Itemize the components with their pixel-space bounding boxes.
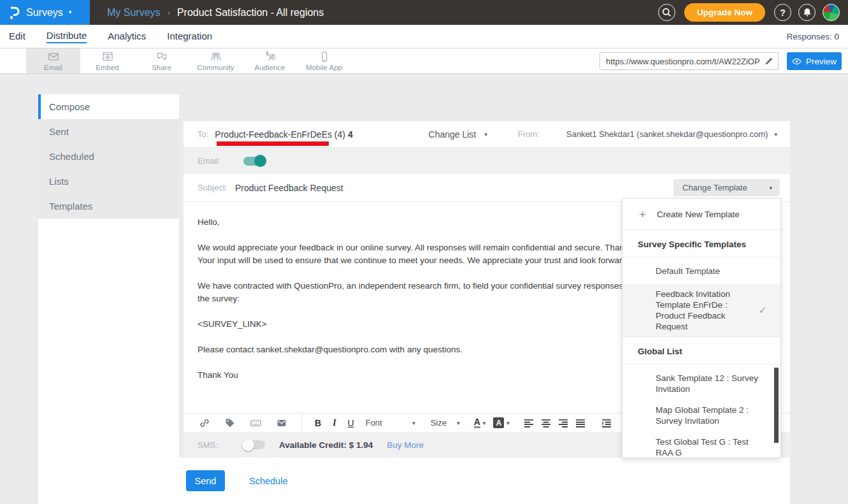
- responses-count: Responses: 0: [786, 32, 839, 41]
- channel-embed[interactable]: Embed: [80, 48, 134, 73]
- recipient-count: 4: [348, 129, 353, 140]
- change-list-dropdown[interactable]: Change List ▾: [429, 129, 487, 140]
- check-icon: ✓: [758, 305, 766, 316]
- from-label: From:: [518, 129, 540, 139]
- header-actions: Upgrade Now ?: [658, 3, 848, 22]
- recipient-list-name[interactable]: Product-Feedback-EnFrDeEs (4)4: [215, 129, 352, 140]
- survey-url-input[interactable]: [600, 57, 765, 66]
- change-template-dropdown[interactable]: Change Template ▾: [673, 179, 780, 196]
- channel-community[interactable]: Community: [189, 48, 243, 73]
- tab-integration[interactable]: Integration: [167, 31, 212, 43]
- sidebar-item-lists[interactable]: Lists: [38, 169, 179, 194]
- share-bubbles-icon: [155, 50, 168, 63]
- subject-label: Subject:: [198, 183, 227, 192]
- channel-share[interactable]: Share: [134, 48, 189, 73]
- buy-more-link[interactable]: Buy More: [387, 440, 424, 450]
- sidebar-item-sent[interactable]: Sent: [38, 119, 179, 144]
- email-message-icon[interactable]: [276, 417, 287, 429]
- recipient-underline: [217, 141, 329, 146]
- mobile-phone-icon: [318, 50, 331, 63]
- email-label: Email:: [198, 156, 233, 166]
- compose-actions: Send Schedule: [38, 457, 790, 504]
- chevron-down-icon: ▾: [774, 131, 777, 138]
- search-icon: [662, 8, 672, 17]
- breadcrumb-my-surveys[interactable]: My Surveys: [107, 7, 161, 18]
- align-center-icon[interactable]: [541, 418, 551, 428]
- plus-icon: +: [639, 208, 646, 220]
- sidebar-item-templates[interactable]: Templates: [38, 194, 179, 219]
- global-template-list: Sank Template 12 : Survey Invitation Map…: [622, 364, 780, 457]
- channel-audience[interactable]: $ Audience: [243, 48, 297, 73]
- align-right-icon[interactable]: [558, 418, 568, 428]
- envelope-icon: [47, 50, 60, 63]
- chevron-down-icon: ▾: [69, 10, 72, 15]
- user-avatar[interactable]: [823, 4, 840, 21]
- global-list-header: Global List: [622, 337, 780, 364]
- channel-mobile-app[interactable]: Mobile App: [297, 48, 351, 73]
- email-toggle-row: Email:: [183, 148, 790, 174]
- bell-icon: [803, 8, 812, 17]
- upgrade-now-button[interactable]: Upgrade Now: [684, 3, 765, 22]
- template-item-default[interactable]: Default Template: [622, 257, 780, 284]
- schedule-link[interactable]: Schedule: [249, 476, 287, 486]
- available-credit: Available Credit: $ 1.94: [279, 440, 373, 450]
- sidebar-item-scheduled[interactable]: Scheduled: [38, 144, 179, 169]
- questionpro-distribute-page: Surveys ▾ My Surveys › Product Satisfact…: [0, 0, 848, 504]
- text-color-dropdown[interactable]: A ▾: [474, 417, 486, 429]
- survey-nav-tabs: Edit Distribute Analytics Integration Re…: [0, 25, 848, 48]
- background-color-dropdown[interactable]: A ▾: [493, 417, 510, 428]
- survey-url-box: [600, 52, 779, 70]
- indent-icon[interactable]: [601, 418, 612, 428]
- preview-button[interactable]: Preview: [787, 52, 842, 70]
- chevron-down-icon: ▾: [484, 131, 487, 138]
- template-item-selected[interactable]: Feedback Invitation Template EnFrDe : Pr…: [622, 284, 780, 337]
- breadcrumb-survey-title: Product Satisfaction - All regions: [177, 7, 324, 18]
- audience-dollar-people-icon: $: [264, 50, 277, 63]
- tab-distribute[interactable]: Distribute: [47, 30, 87, 43]
- community-people-icon: [210, 50, 222, 63]
- create-new-template-item[interactable]: + Create New Template: [622, 199, 780, 230]
- product-name: Surveys: [26, 7, 63, 18]
- chevron-down-icon: ▾: [412, 420, 415, 426]
- template-item-global[interactable]: Map Global Template 2 : Survey Invitatio…: [656, 405, 764, 426]
- product-switcher[interactable]: Surveys ▾: [0, 0, 90, 25]
- bold-button[interactable]: B: [315, 419, 321, 428]
- survey-specific-templates-header: Survey Specific Templates: [622, 230, 780, 257]
- email-sidebar: Compose Sent Scheduled Lists Templates: [38, 94, 179, 504]
- search-button[interactable]: [658, 4, 675, 21]
- tab-analytics[interactable]: Analytics: [108, 31, 146, 43]
- recipient-row: To: Product-Feedback-EnFrDeEs (4)4 Chang…: [183, 121, 790, 148]
- align-justify-icon[interactable]: [575, 418, 586, 428]
- questionpro-logo-icon: [8, 6, 20, 20]
- sms-toggle[interactable]: [243, 440, 265, 449]
- svg-text:$: $: [266, 50, 269, 57]
- channel-email[interactable]: Email: [26, 48, 80, 73]
- keyboard-icon[interactable]: [250, 417, 262, 429]
- font-size-dropdown[interactable]: Size ▾: [431, 418, 460, 428]
- email-toggle[interactable]: [243, 157, 265, 166]
- italic-button[interactable]: I: [333, 419, 336, 428]
- notifications-button[interactable]: [798, 4, 816, 21]
- help-button[interactable]: ?: [774, 4, 791, 21]
- from-address-dropdown[interactable]: Sanket1 Shekdar1 (sanket.shekdar@questio…: [566, 129, 777, 139]
- insert-link-icon[interactable]: [199, 417, 210, 429]
- edit-url-button[interactable]: [765, 57, 778, 66]
- breadcrumb-separator-icon: ›: [168, 8, 170, 17]
- tab-edit[interactable]: Edit: [9, 31, 25, 43]
- sidebar-item-compose[interactable]: Compose: [38, 94, 179, 119]
- sms-label: SMS:: [198, 440, 233, 450]
- template-item-global[interactable]: Sank Template 12 : Survey Invitation: [656, 373, 764, 394]
- subject-value[interactable]: Product Feedback Request: [235, 183, 343, 193]
- chevron-down-icon: ▾: [457, 420, 460, 426]
- chevron-down-icon: ▾: [507, 420, 510, 426]
- scrollbar-thumb[interactable]: [774, 368, 779, 443]
- template-item-global[interactable]: Test Global Test G : Test RAA G: [656, 436, 764, 457]
- embed-window-gear-icon: [101, 50, 114, 63]
- tag-icon[interactable]: [224, 417, 236, 429]
- align-left-icon[interactable]: [524, 418, 534, 428]
- distribute-channel-bar: Email Embed Share Community $ Audience M…: [0, 48, 848, 74]
- eye-icon: [792, 58, 801, 65]
- send-button[interactable]: Send: [186, 470, 225, 491]
- underline-button[interactable]: U: [348, 419, 354, 428]
- font-family-dropdown[interactable]: Font ▾: [366, 418, 415, 428]
